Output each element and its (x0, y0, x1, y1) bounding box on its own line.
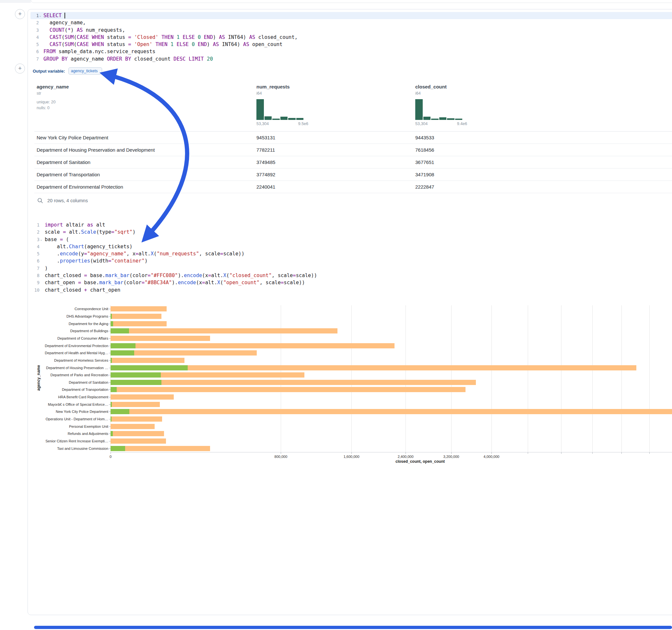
previous-cell-bottom-border (31, 0, 672, 3)
y-axis-label: Correspondence Unit (34, 307, 108, 311)
code-line[interactable]: 8chart_closed = base.mark_bar(color="#FF… (30, 272, 672, 279)
bar-open_count (111, 314, 112, 319)
code-text: agency_name, (44, 19, 86, 26)
code-line[interactable]: 3⌄base = ( (30, 236, 672, 243)
column-name: agency_name (37, 84, 186, 90)
code-line[interactable]: 7) (30, 265, 672, 272)
code-line[interactable]: 6FROM sample_data.nyc.service_requests (30, 48, 672, 55)
histogram-bar (423, 117, 431, 120)
bottom-cell-highlight (34, 626, 672, 629)
sql-cell-editor[interactable]: 1⌄SELECT 2 agency_name,3 COUNT(*) AS num… (30, 12, 672, 63)
histogram-bar (447, 118, 455, 120)
line-number: 3 (30, 27, 39, 34)
histogram-bar (265, 116, 272, 120)
column-type: i64 (415, 91, 565, 96)
fold-chevron-icon[interactable]: ⌄ (40, 236, 42, 243)
bar-open_count (111, 350, 134, 356)
line-number: 8 (30, 272, 40, 279)
bar-open_count (111, 321, 113, 326)
notebook-cell-card: 1⌄SELECT 2 agency_name,3 COUNT(*) AS num… (28, 9, 672, 615)
x-gridline (491, 305, 492, 452)
bar-open_count (111, 387, 117, 392)
code-text: chart_closed = base.mark_bar(color="#FFC… (45, 272, 317, 279)
bar-closed_count (111, 314, 162, 319)
line-number: 2 (30, 19, 39, 26)
histogram-bar (439, 117, 447, 120)
y-axis-label: Department of Health and Mental Hyg… (34, 350, 108, 355)
code-text: FROM sample_data.nyc.service_requests (44, 48, 155, 55)
code-line[interactable]: 9chart_open = base.mark_bar(color="#8BC3… (30, 279, 672, 286)
fold-chevron-icon[interactable]: ⌄ (39, 12, 41, 19)
code-line[interactable]: 10chart_closed + chart_open (30, 287, 672, 294)
code-text: chart_closed + chart_open (45, 287, 120, 294)
code-line[interactable]: 3 COUNT(*) AS num_requests, (30, 27, 672, 34)
table-cell: New York City Police Department (37, 131, 108, 144)
add-cell-button-middle[interactable]: + (15, 64, 25, 74)
column-histogram (415, 99, 462, 120)
code-text: scale = alt.Scale(type="sqrt") (45, 228, 136, 236)
table-cell: Department of Transportation (37, 169, 100, 180)
y-axis-label: Mayorâ€ s Office of Special Enforce… (34, 402, 108, 407)
x-gridline (111, 305, 111, 452)
code-line[interactable]: 1⌄SELECT (30, 12, 672, 19)
table-cell: 2240041 (257, 181, 275, 193)
code-text: ) (45, 265, 48, 272)
bar-open_count (111, 328, 129, 334)
line-number: 4 (30, 243, 40, 250)
column-type: str (37, 91, 186, 96)
code-line[interactable]: 7GROUP BY agency_name ORDER BY closed_co… (30, 55, 672, 63)
code-line[interactable]: 4 CAST(SUM(CASE WHEN status = 'Closed' T… (30, 34, 672, 41)
y-axis-label: Senior Citizen Rent Increase Exempti… (34, 439, 108, 443)
code-line[interactable]: 2 agency_name, (30, 19, 672, 26)
column-type: i64 (257, 91, 406, 96)
notebook-page: + + 1⌄SELECT 2 agency_name,3 COUNT(*) AS… (0, 0, 672, 630)
x-axis-tick-label: 800,000 (263, 455, 298, 459)
table-cell: 3677651 (415, 156, 434, 168)
x-axis-domain-line (111, 452, 672, 453)
code-line[interactable]: 5 CAST(SUM(CASE WHEN status = 'Open' THE… (30, 41, 672, 48)
code-line[interactable]: 1import altair as alt (30, 221, 672, 228)
bar-closed_count (111, 402, 160, 407)
table-cell: 9453131 (257, 131, 275, 144)
result-table-header: agency_namestrunique: 20nulls: 0num_requ… (34, 81, 672, 131)
x-axis-tick-label: 1,600,000 (334, 455, 369, 459)
code-line[interactable]: 4 alt.Chart(agency_tickets) (30, 243, 672, 250)
column-name: closed_count (415, 84, 565, 90)
bar-closed_count (111, 321, 167, 326)
code-line[interactable]: 6 .properties(width="container") (30, 257, 672, 264)
line-number: 1 (30, 12, 39, 19)
bar-closed_count (111, 424, 154, 429)
add-cell-button-top[interactable]: + (15, 9, 25, 19)
bar-open_count (111, 380, 162, 385)
code-text: alt.Chart(agency_tickets) (45, 243, 133, 250)
python-cell-editor[interactable]: 1import altair as alt2scale = alt.Scale(… (30, 221, 672, 294)
column-histogram (257, 99, 304, 120)
x-gridline (528, 305, 528, 452)
y-axis-label: Operations Unit - Department of Hom… (34, 417, 108, 421)
table-cell: Department of Housing Preservation and D… (37, 144, 154, 156)
code-text: COUNT(*) AS num_requests, (44, 27, 125, 34)
code-line[interactable]: 2scale = alt.Scale(type="sqrt") (30, 228, 672, 236)
code-line[interactable]: 5 .encode(y="agency_name", x=alt.X("num_… (30, 250, 672, 257)
table-row: Department of Transportation377489234719… (34, 169, 672, 181)
line-number: 1 (30, 221, 40, 228)
column-header-num_requests: num_requestsi6453,3049.5e6 (257, 84, 406, 126)
code-text: SELECT (44, 12, 65, 19)
table-row: New York City Police Department945313194… (34, 131, 672, 144)
code-text: CAST(SUM(CASE WHEN status = 'Open' THEN … (44, 41, 282, 48)
y-axis-label: Department of Transportation (34, 387, 108, 392)
histogram-bar (455, 119, 462, 120)
code-text: CAST(SUM(CASE WHEN status = 'Closed' THE… (44, 34, 297, 41)
column-header-closed_count: closed_counti6453,3049.4e6 (415, 84, 565, 126)
bar-closed_count (111, 380, 476, 385)
result-table-body: New York City Police Department945313194… (34, 131, 672, 193)
y-axis-label: Department of Housing Preservation … (34, 366, 108, 370)
y-axis-label: Department of Buildings (34, 329, 108, 333)
table-row: Department of Sanitation37494853677651 (34, 156, 672, 169)
line-number: 5 (30, 41, 39, 48)
code-text: chart_open = base.mark_bar(color="#8BC34… (45, 279, 305, 286)
line-number: 4 (30, 34, 39, 41)
search-icon[interactable] (37, 197, 44, 204)
output-variable-pill[interactable]: agency_tickets (68, 67, 102, 75)
y-axis-label: DHS Advantage Programs (34, 314, 108, 319)
